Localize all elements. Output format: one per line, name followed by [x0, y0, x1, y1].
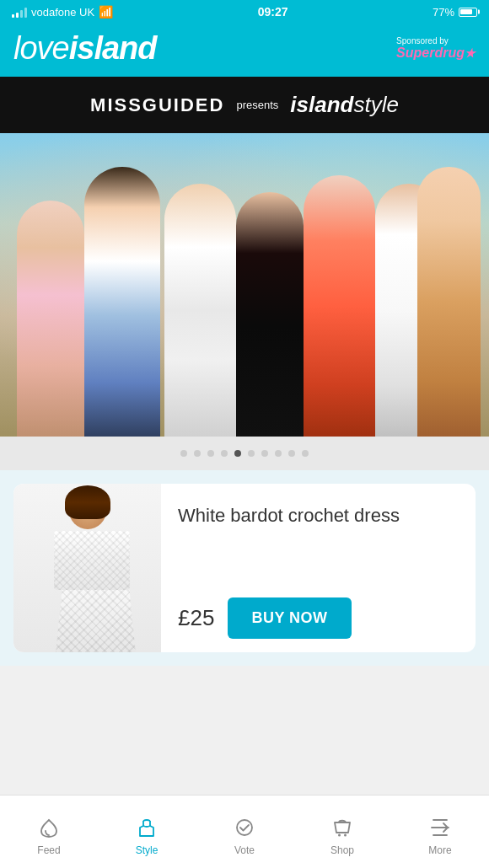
battery-percent: 77%	[433, 6, 454, 19]
dot-10[interactable]	[302, 450, 309, 457]
dot-8[interactable]	[275, 450, 282, 457]
svg-point-1	[338, 833, 341, 836]
figure-top	[54, 531, 130, 590]
product-image	[13, 484, 161, 652]
dress-figure	[22, 492, 153, 652]
wifi-icon: 📶	[99, 5, 113, 19]
nav-more[interactable]: More	[391, 796, 489, 868]
figure-skirt-pattern	[54, 590, 138, 652]
missguided-banner: MISSGUIDED presents islandstyle	[0, 77, 489, 133]
product-price: £25	[178, 605, 214, 631]
status-bar: vodafone UK 📶 09:27 77%	[0, 0, 489, 24]
series-bold: island	[290, 92, 353, 117]
figure-skirt	[54, 590, 138, 652]
header-bar: loveisland Sponsored by Superdrug★	[0, 24, 489, 77]
shop-icon	[330, 815, 355, 840]
logo-island: island	[69, 30, 157, 67]
figure-body	[54, 531, 121, 652]
hero-figures	[0, 133, 489, 437]
presents-label: presents	[236, 99, 278, 111]
dot-3[interactable]	[207, 450, 214, 457]
feed-icon	[36, 815, 62, 840]
nav-style-label: Style	[136, 844, 159, 856]
time-label: 09:27	[258, 5, 288, 19]
dot-1[interactable]	[180, 450, 187, 457]
content-area: MISSGUIDED presents islandstyle	[0, 77, 489, 742]
nav-shop[interactable]: Shop	[293, 796, 391, 868]
status-left: vodafone UK 📶	[12, 5, 113, 19]
nav-style[interactable]: Style	[98, 796, 196, 868]
logo-love: love	[13, 30, 69, 67]
product-name: White bardot crochet dress	[178, 504, 459, 528]
hero-image	[0, 133, 489, 437]
brand-name: MISSGUIDED	[90, 94, 224, 116]
dot-9[interactable]	[288, 450, 295, 457]
dot-6[interactable]	[248, 450, 255, 457]
bottom-nav: Feed Style Vote	[0, 795, 489, 868]
svg-point-2	[344, 833, 347, 836]
dot-7[interactable]	[261, 450, 268, 457]
figure-1	[17, 201, 84, 437]
logo: loveisland	[13, 30, 157, 67]
product-actions: £25 BUY NOW	[178, 584, 459, 639]
nav-more-label: More	[428, 844, 451, 856]
product-section: White bardot crochet dress £25 BUY NOW	[0, 470, 489, 666]
figure-head	[69, 492, 106, 529]
carousel-dots	[0, 437, 489, 470]
figure-3	[164, 184, 236, 437]
figure-2	[84, 167, 160, 437]
status-right: 77%	[433, 6, 477, 19]
signal-icon	[12, 6, 27, 18]
product-card: White bardot crochet dress £25 BUY NOW	[13, 484, 476, 652]
figure-7	[417, 167, 481, 437]
figure-top-pattern	[54, 531, 130, 590]
svg-point-0	[237, 820, 252, 835]
nav-vote[interactable]: Vote	[196, 796, 293, 868]
sponsor-star: ★	[465, 46, 476, 60]
buy-now-button[interactable]: BUY NOW	[228, 597, 351, 639]
figure-5	[304, 175, 375, 437]
dot-2[interactable]	[194, 450, 201, 457]
nav-feed-label: Feed	[37, 844, 60, 856]
figure-hair	[65, 485, 110, 519]
more-icon	[427, 815, 453, 840]
carrier-label: vodafone UK	[31, 6, 94, 19]
product-info: White bardot crochet dress £25 BUY NOW	[161, 484, 476, 652]
figure-4	[236, 192, 304, 437]
nav-vote-label: Vote	[234, 844, 255, 856]
nav-feed[interactable]: Feed	[0, 796, 98, 868]
series-light: style	[353, 92, 398, 117]
sponsor-area: Sponsored by Superdrug★	[396, 36, 476, 61]
battery-icon	[459, 8, 477, 17]
sponsor-name: Superdrug★	[396, 46, 476, 61]
nav-shop-label: Shop	[330, 844, 354, 856]
dot-4[interactable]	[221, 450, 228, 457]
style-icon	[134, 815, 159, 840]
dot-5[interactable]	[234, 450, 241, 457]
series-title: islandstyle	[290, 92, 399, 118]
sponsored-by-label: Sponsored by	[396, 36, 449, 46]
vote-icon	[232, 815, 257, 840]
